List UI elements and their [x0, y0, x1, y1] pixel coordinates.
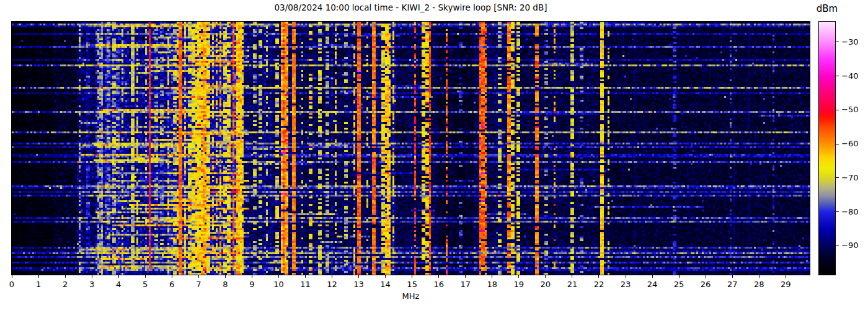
- waterfall-heatmap: [12, 22, 810, 275]
- x-axis-tick-label: 28: [748, 280, 770, 289]
- x-axis-tick: [786, 275, 786, 278]
- x-axis-tick-label: 17: [454, 280, 477, 289]
- x-axis-tick-label: 20: [534, 280, 557, 289]
- x-axis-tick-label: 29: [774, 280, 797, 289]
- x-axis-tick-label: 8: [214, 280, 236, 289]
- x-axis-tick: [465, 275, 466, 278]
- x-axis-tick-label: 13: [348, 280, 370, 289]
- x-axis-tick: [412, 275, 412, 278]
- x-axis-tick-label: 12: [321, 280, 343, 289]
- x-axis-tick: [759, 275, 760, 278]
- x-axis-tick-label: 2: [54, 280, 76, 289]
- x-axis-tick: [305, 275, 306, 278]
- x-axis-tick: [492, 275, 492, 278]
- colorbar-tick: [836, 110, 839, 110]
- x-axis-tick: [732, 275, 733, 278]
- x-axis-tick: [385, 275, 386, 278]
- x-axis-tick-label: 27: [721, 280, 743, 289]
- x-axis-tick-label: 25: [668, 280, 690, 289]
- colorbar-tick: [836, 144, 839, 144]
- x-axis-tick-label: 21: [561, 280, 583, 289]
- colorbar-gradient: [819, 22, 835, 275]
- colorbar-tick-label: −70: [841, 173, 858, 183]
- colorbar-tick: [836, 76, 839, 76]
- x-axis-tick: [652, 275, 653, 278]
- x-axis-tick: [278, 275, 279, 278]
- x-axis-tick-label: 5: [134, 280, 156, 289]
- x-axis-tick: [12, 275, 12, 278]
- x-axis-tick-label: 3: [81, 280, 103, 289]
- x-axis-tick: [252, 275, 252, 278]
- x-axis-tick: [332, 275, 332, 278]
- x-axis-tick: [145, 275, 146, 278]
- x-axis-tick: [626, 275, 626, 278]
- x-axis-tick: [92, 275, 92, 278]
- colorbar-tick: [836, 246, 839, 246]
- x-axis-tick-label: 10: [267, 280, 290, 289]
- x-axis-tick: [172, 275, 172, 278]
- x-axis-tick-label: 9: [241, 280, 263, 289]
- x-axis-tick: [679, 275, 680, 278]
- colorbar-tick-label: −60: [841, 139, 858, 149]
- x-axis-tick: [65, 275, 66, 278]
- x-axis-tick-label: 11: [294, 280, 316, 289]
- x-axis-tick: [706, 275, 706, 278]
- x-axis-tick: [572, 275, 572, 278]
- colorbar-tick-label: −50: [841, 105, 858, 115]
- x-axis-tick-label: 7: [187, 280, 210, 289]
- chart-title: 03/08/2024 10:00 local time - KIWI_2 - S…: [12, 2, 810, 12]
- x-axis-tick: [225, 275, 226, 278]
- x-axis-tick-label: 6: [161, 280, 183, 289]
- x-axis-tick: [38, 275, 39, 278]
- colorbar-tick: [836, 177, 839, 178]
- x-axis-tick-label: 15: [401, 280, 423, 289]
- x-axis-tick-label: 1: [27, 280, 50, 289]
- x-axis-tick: [545, 275, 546, 278]
- colorbar-tick-label: −40: [841, 71, 858, 81]
- x-axis-tick-label: 22: [588, 280, 610, 289]
- x-axis-tick-label: 23: [614, 280, 637, 289]
- waterfall-plot-frame: [11, 21, 810, 275]
- x-axis-tick-label: 16: [428, 280, 450, 289]
- colorbar-tick: [836, 211, 839, 212]
- colorbar-tick-label: −80: [841, 207, 858, 217]
- colorbar-unit-label: dBm: [808, 3, 846, 14]
- x-axis-tick: [518, 275, 519, 278]
- x-axis-tick: [438, 275, 439, 278]
- x-axis-tick: [198, 275, 199, 278]
- x-axis-tick-label: 19: [508, 280, 530, 289]
- x-axis-tick: [598, 275, 599, 278]
- x-axis-tick: [118, 275, 119, 278]
- colorbar-tick: [836, 42, 839, 42]
- x-axis-label: MHz: [12, 291, 810, 301]
- x-axis-tick: [358, 275, 359, 278]
- x-axis-tick-label: 0: [1, 280, 23, 289]
- colorbar-tick-label: −30: [841, 37, 858, 47]
- x-axis-tick-label: 24: [641, 280, 663, 289]
- colorbar-tick-label: −90: [841, 241, 858, 250]
- spectrogram-page: 03/08/2024 10:00 local time - KIWI_2 - S…: [0, 0, 868, 310]
- x-axis-tick-label: 4: [107, 280, 130, 289]
- x-axis-tick-label: 26: [694, 280, 717, 289]
- x-axis-tick-label: 18: [481, 280, 503, 289]
- colorbar-frame: [818, 21, 836, 275]
- x-axis-tick-label: 14: [374, 280, 397, 289]
